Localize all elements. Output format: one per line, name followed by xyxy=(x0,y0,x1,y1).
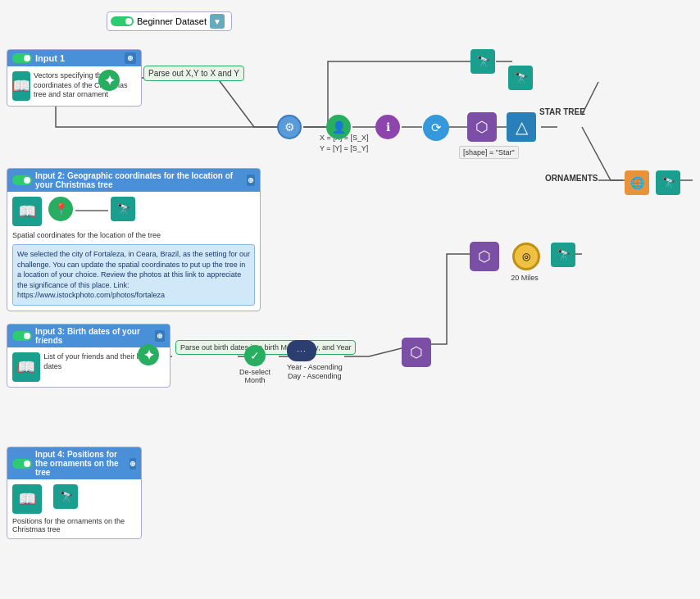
input2-binoculars-node[interactable]: 🔭 xyxy=(111,197,135,221)
star-tree-label: STAR TREE xyxy=(539,107,585,117)
input1-body: 📖 Vectors specifying the coordinates of … xyxy=(7,66,141,106)
binoculars-ornaments[interactable]: 🔭 xyxy=(656,170,680,195)
input2-info-box: We selected the city of Fortaleza, in Ce… xyxy=(12,244,255,306)
input2-toggle[interactable] xyxy=(12,175,32,185)
beginner-dataset-box[interactable]: Beginner Dataset ▼ xyxy=(107,11,232,31)
input4-expand[interactable]: ⊕ xyxy=(130,458,136,470)
input4-description: Positions for the ornaments on the Chris… xyxy=(12,517,136,533)
input2-body: 📖 📍 🔭 Spatial coordinates for the locati… xyxy=(7,192,260,311)
binoculars-top1[interactable]: 🔭 xyxy=(470,49,495,74)
beginner-dataset-label: Beginner Dataset xyxy=(137,16,207,26)
shape-filter-label: [shape] = "Star" xyxy=(459,146,519,159)
sort-label: Year - Ascending Day - Ascending xyxy=(287,363,343,381)
input3-label: Input 3: Birth dates of your friends xyxy=(35,327,152,345)
input1-book-icon[interactable]: 📖 xyxy=(12,71,30,101)
input4-binoculars[interactable]: 🔭 xyxy=(53,484,78,509)
sort-container[interactable]: ··· Year - Ascending Day - Ascending xyxy=(287,340,343,381)
person-node[interactable]: 👤 xyxy=(326,115,351,139)
input2-label: Input 2: Geographic coordinates for the … xyxy=(35,171,243,189)
binoculars-bottom[interactable]: 🔭 xyxy=(551,243,575,267)
triangle-node[interactable]: △ xyxy=(507,112,536,142)
workflow-canvas: Beginner Dataset ▼ Input 1 ⊕ 📖 Vectors s… xyxy=(0,0,700,599)
globe-node[interactable]: 🌐 xyxy=(625,170,649,195)
purple-node-input3[interactable]: ⬡ xyxy=(402,338,431,367)
ornaments-label: ORNAMENTS xyxy=(545,174,598,183)
deselect-month-container[interactable]: ✓ De-select Month xyxy=(244,345,275,384)
teal-circle-node[interactable]: ⟳ xyxy=(423,115,449,141)
purple-node[interactable]: ⬡ xyxy=(467,112,497,142)
gear-node[interactable]: ⚙ xyxy=(277,115,302,139)
input4-container: Input 4: Positions for the ornaments on … xyxy=(7,447,142,539)
parse-xy-node[interactable]: ✦ Parse out X,Y to X and Y xyxy=(143,66,244,81)
dots-node[interactable]: ··· xyxy=(287,340,316,361)
input1-header[interactable]: Input 1 ⊕ xyxy=(7,50,141,66)
input3-book-icon[interactable]: 📖 xyxy=(12,352,40,382)
purple-node-bottom[interactable]: ⬡ xyxy=(470,242,499,271)
info-node[interactable]: ℹ xyxy=(375,115,400,139)
parse-birth-asterisk[interactable]: ✦ xyxy=(138,344,159,365)
input3-expand[interactable]: ⊕ xyxy=(155,330,165,342)
input4-header[interactable]: Input 4: Positions for the ornaments on … xyxy=(7,447,141,479)
input1-label: Input 1 xyxy=(35,53,65,63)
deselect-month-label: De-select Month xyxy=(234,368,275,384)
input3-toggle[interactable] xyxy=(12,331,32,341)
input1-expand[interactable]: ⊕ xyxy=(125,52,136,64)
input1-toggle[interactable] xyxy=(12,53,32,63)
input4-book-icon[interactable]: 📖 xyxy=(12,484,42,514)
input2-header[interactable]: Input 2: Geographic coordinates for the … xyxy=(7,169,260,192)
input2-book-icon[interactable]: 📖 xyxy=(12,197,42,226)
input4-label: Input 4: Positions for the ornaments on … xyxy=(35,450,126,477)
input1-description: Vectors specifying the coordinates of th… xyxy=(34,71,136,100)
parse-xy-label[interactable]: Parse out X,Y to X and Y xyxy=(143,66,244,81)
target-node[interactable]: ◎ xyxy=(512,243,540,270)
input2-description: Spatial coordinates for the location of … xyxy=(12,231,255,239)
distance-label: 20 Miles xyxy=(508,274,541,282)
input2-info-text: We selected the city of Fortaleza, in Ce… xyxy=(17,249,250,301)
beginner-expand-btn[interactable]: ▼ xyxy=(210,14,225,29)
input4-body: 📖 🔭 Positions for the ornaments on the C… xyxy=(7,479,141,538)
input2-container: Input 2: Geographic coordinates for the … xyxy=(7,168,261,311)
input4-toggle[interactable] xyxy=(12,459,32,469)
input2-locate-node[interactable]: 📍 xyxy=(48,197,73,221)
input2-expand[interactable]: ⊕ xyxy=(247,175,255,186)
checkmark-node[interactable]: ✓ xyxy=(244,345,266,366)
asterisk-node[interactable]: ✦ xyxy=(98,70,120,91)
input1-container: Input 1 ⊕ 📖 Vectors specifying the coord… xyxy=(7,49,142,107)
binoculars-top2[interactable]: 🔭 xyxy=(508,66,533,90)
